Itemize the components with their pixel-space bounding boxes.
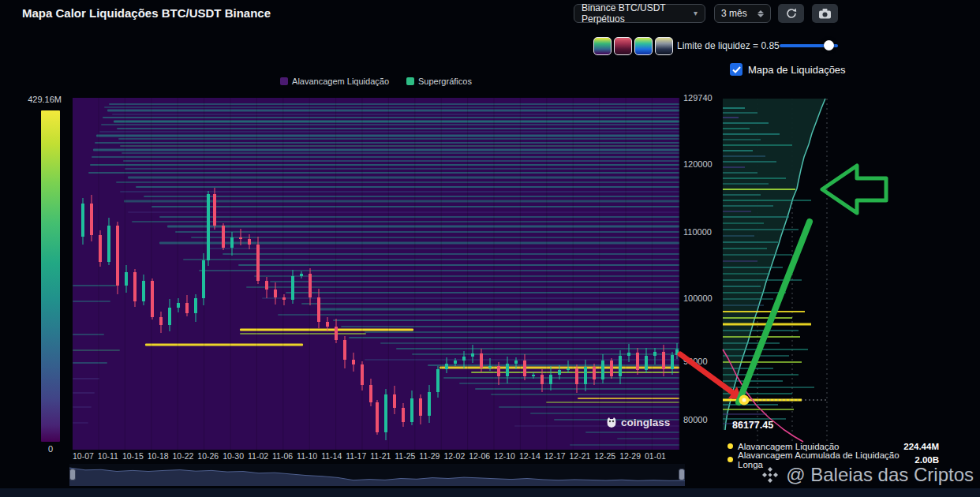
x-axis-label: 12-06 <box>469 451 490 461</box>
liquidation-heatmap-chart[interactable] <box>73 98 679 450</box>
x-axis-label: 12-25 <box>594 451 615 461</box>
x-axis-label: 11-06 <box>272 451 293 461</box>
pair-select[interactable]: Binance BTC/USDT Perpétuos ▾ <box>574 4 705 23</box>
x-axis-label: 11-25 <box>395 451 415 461</box>
camera-icon <box>818 8 832 20</box>
navigator-left-handle[interactable] <box>69 469 76 480</box>
x-axis-label: 11-21 <box>370 451 391 461</box>
legend-item[interactable]: Supergráficos <box>406 77 472 86</box>
x-axis-label: 11-14 <box>321 451 342 461</box>
chevron-down-icon: ▾ <box>694 9 698 17</box>
liquidation-heatmap-app: Mapa Calor Liquidações BTC/USDT Binance … <box>0 0 980 497</box>
palette-swatch-3[interactable] <box>634 37 653 55</box>
x-axis-label: 12-21 <box>570 451 591 461</box>
x-axis-label: 10-30 <box>223 451 244 461</box>
legend-swatch <box>406 77 414 85</box>
coinglass-watermark-text: coinglass <box>621 417 670 428</box>
x-axis-labels: 10-0710-1110-1510-1810-2210-2610-3011-02… <box>73 451 666 461</box>
x-axis-label: 12-02 <box>443 451 465 461</box>
main-chart-legend: Alavancagem LiquidaçãoSupergráficos <box>73 77 679 86</box>
x-axis-label: 12-10 <box>494 451 515 461</box>
palette-swatch-4[interactable] <box>655 37 673 55</box>
liquidation-map-checkbox-label: Mapa de Liquidações <box>748 64 846 76</box>
period-value: 3 mês <box>721 8 747 19</box>
x-axis-label: 12-29 <box>619 451 641 461</box>
palette-swatch-1[interactable] <box>593 37 612 55</box>
check-icon <box>732 66 741 73</box>
pair-select-value: Binance BTC/USDT Perpétuos <box>582 2 694 24</box>
binance-logo-icon <box>761 465 780 484</box>
x-axis-label: 12-17 <box>544 451 566 461</box>
camera-button[interactable] <box>812 4 838 23</box>
legend-swatch <box>280 77 288 85</box>
stepper-icon[interactable] <box>757 10 764 17</box>
channel-watermark: @ Baleias das Criptos <box>761 464 974 486</box>
time-range-navigator[interactable] <box>69 464 685 486</box>
navigator-right-handle[interactable] <box>679 469 685 480</box>
liquidity-threshold-label: Limite de liquidez = 0.85 <box>677 40 780 51</box>
liquidation-map-checkbox[interactable] <box>730 63 742 76</box>
legend-item[interactable]: Alavancagem Liquidação <box>280 77 389 86</box>
period-select[interactable]: 3 mês <box>714 4 771 23</box>
palette-swatch-2[interactable] <box>614 37 632 55</box>
liquidity-slider[interactable] <box>780 44 838 47</box>
colorbar <box>41 110 60 442</box>
current-price-label: 86177.45 <box>732 420 773 431</box>
legend-dot-icon <box>728 457 733 462</box>
x-axis-label: 12-14 <box>519 451 540 461</box>
depth-chart-legend: Alavancagem Liquidação224.44MAlavancagem… <box>728 439 939 466</box>
liquidation-depth-chart[interactable] <box>671 93 901 446</box>
page-title: Mapa Calor Liquidações BTC/USDT Binance <box>22 6 271 20</box>
legend-label: Alavancagem Liquidação <box>292 77 389 86</box>
x-axis-label: 11-10 <box>297 451 317 461</box>
footer-bar <box>0 488 980 497</box>
x-axis-label: 11-02 <box>248 451 268 461</box>
x-axis-label: 10-11 <box>98 451 118 461</box>
x-axis-label: 11-29 <box>419 451 440 461</box>
refresh-button[interactable] <box>778 4 804 23</box>
x-axis-label: 10-26 <box>197 451 219 461</box>
channel-watermark-text: @ Baleias das Criptos <box>786 464 974 486</box>
legend-dot-icon <box>728 443 733 449</box>
legend-label: Supergráficos <box>418 77 472 86</box>
x-axis-label: 11-17 <box>346 451 366 461</box>
depth-legend-value: 2.00B <box>915 455 939 465</box>
refresh-icon <box>785 7 798 20</box>
x-axis-label: 10-07 <box>73 451 94 461</box>
slider-thumb[interactable] <box>824 40 834 50</box>
x-axis-label: 10-22 <box>173 451 194 461</box>
coinglass-owl-icon <box>606 417 617 428</box>
colorbar-max-label: 429.16M <box>17 95 62 104</box>
coinglass-watermark: coinglass <box>606 417 670 428</box>
x-axis-label: 10-18 <box>148 451 169 461</box>
x-axis-label: 10-15 <box>122 451 144 461</box>
colorbar-min-label: 0 <box>41 444 60 454</box>
x-axis-label: 01-01 <box>645 451 666 461</box>
